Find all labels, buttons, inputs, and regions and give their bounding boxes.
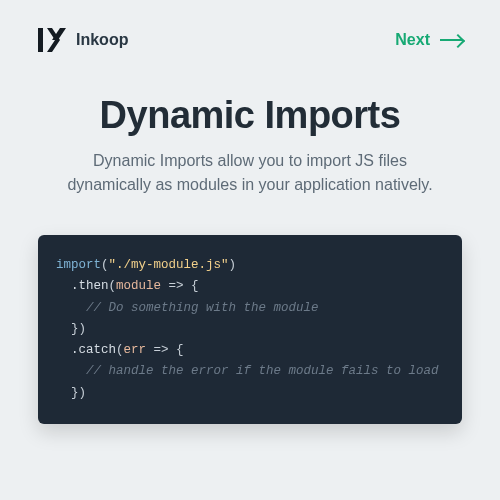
code-token: .catch <box>71 343 116 357</box>
next-label: Next <box>395 31 430 49</box>
page-subtitle: Dynamic Imports allow you to import JS f… <box>40 149 460 197</box>
code-token: ( <box>116 343 124 357</box>
hero: Dynamic Imports Dynamic Imports allow yo… <box>0 52 500 197</box>
code-token: import <box>56 258 101 272</box>
code-token: { <box>191 279 199 293</box>
code-token: } <box>71 322 79 336</box>
logo: Inkoop <box>38 28 128 52</box>
code-comment: // Do something with the module <box>86 301 319 315</box>
code-token: ) <box>79 386 87 400</box>
code-token: err <box>124 343 147 357</box>
code-token: => <box>154 343 169 357</box>
code-token: ) <box>79 322 87 336</box>
header: Inkoop Next <box>0 0 500 52</box>
code-token: } <box>71 386 79 400</box>
arrow-right-icon <box>440 39 462 41</box>
logo-mark-icon <box>38 28 66 52</box>
page-title: Dynamic Imports <box>40 94 460 137</box>
code-block: import("./my-module.js") .then(module =>… <box>38 235 462 424</box>
code-token: => <box>169 279 184 293</box>
code-token: "./my-module.js" <box>109 258 229 272</box>
code-token: module <box>116 279 161 293</box>
code-token: { <box>176 343 184 357</box>
svg-rect-0 <box>38 28 43 52</box>
code-token: ( <box>109 279 117 293</box>
code-token: ) <box>229 258 237 272</box>
brand-name: Inkoop <box>76 31 128 49</box>
code-token: ( <box>101 258 109 272</box>
next-link[interactable]: Next <box>395 31 462 49</box>
code-token: .then <box>71 279 109 293</box>
code-comment: // handle the error if the module fails … <box>86 364 439 378</box>
